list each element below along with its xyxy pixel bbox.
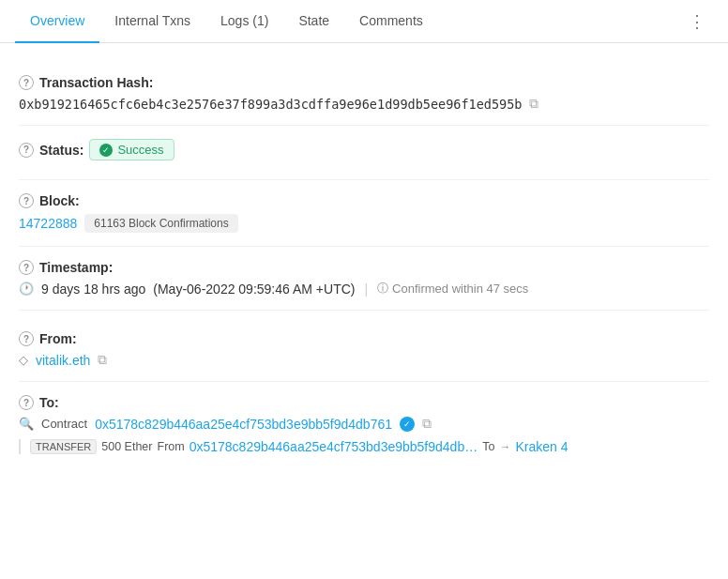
transfer-amount: 500 Ether (101, 440, 152, 453)
tab-overview[interactable]: Overview (15, 0, 99, 43)
status-badge: ✓ Success (89, 139, 174, 160)
transaction-hash-copy-icon[interactable]: ⧉ (529, 96, 538, 112)
timestamp-row: ? Timestamp: 🕐 9 days 18 hrs ago (May-06… (19, 247, 709, 311)
block-help-icon[interactable]: ? (19, 193, 34, 208)
to-verified-icon: ✓ (400, 417, 415, 432)
from-row: ? From: ◇ vitalik.eth ⧉ (19, 318, 709, 382)
tab-state[interactable]: State (283, 0, 344, 43)
timestamp-help-icon[interactable]: ? (19, 260, 34, 275)
transaction-hash-label: Transaction Hash: (39, 75, 153, 90)
timestamp-relative: 9 days 18 hrs ago (41, 282, 145, 297)
from-address-copy-icon[interactable]: ⧉ (98, 352, 107, 368)
timestamp-label: Timestamp: (39, 260, 113, 275)
to-label: To: (39, 395, 59, 410)
transaction-hash-help-icon[interactable]: ? (19, 75, 34, 90)
to-row: ? To: 🔍 Contract 0x5178c829b446aa25e4cf7… (19, 382, 709, 467)
block-label: Block: (39, 193, 80, 208)
from-contract-icon: ◇ (19, 353, 28, 367)
status-label: Status: (39, 143, 83, 158)
transfer-arrow-icon: → (499, 440, 510, 453)
transfer-to-address[interactable]: Kraken 4 (515, 439, 568, 454)
confirmed-text-value: Confirmed within 47 secs (392, 282, 528, 296)
transfer-from-address[interactable]: 0x5178c829b446aa25e4cf753bd3e9bb5f9d4db… (190, 439, 478, 454)
to-search-icon: 🔍 (19, 417, 34, 431)
transfer-from-label: From (158, 440, 185, 453)
timestamp-confirmed: ⓘ Confirmed within 47 secs (377, 281, 528, 297)
status-help-icon[interactable]: ? (19, 143, 34, 158)
to-address-copy-icon[interactable]: ⧉ (422, 416, 432, 432)
from-address-link[interactable]: vitalik.eth (36, 353, 90, 368)
transfer-badge: TRANSFER (30, 439, 97, 454)
timestamp-divider: | (364, 282, 368, 297)
status-row: ? Status: ✓ Success (19, 126, 709, 180)
info-icon: ⓘ (377, 281, 388, 297)
clock-icon: 🕐 (19, 282, 34, 296)
transaction-hash-row: ? Transaction Hash: 0xb919216465cfc6eb4c… (19, 62, 709, 126)
tab-bar: Overview Internal Txns Logs (1) State Co… (0, 0, 728, 43)
more-menu-button[interactable]: ⋮ (681, 4, 713, 39)
transfer-to-label: To (482, 440, 494, 453)
timestamp-absolute: (May-06-2022 09:59:46 AM +UTC) (153, 282, 355, 297)
tab-internal-txns[interactable]: Internal Txns (99, 0, 205, 43)
spacer (19, 311, 709, 318)
to-contract-label: Contract (41, 417, 87, 431)
block-confirmations-badge: 61163 Block Confirmations (84, 214, 237, 233)
tab-logs[interactable]: Logs (1) (205, 0, 283, 43)
status-value: Success (117, 143, 163, 157)
block-row: ? Block: 14722888 61163 Block Confirmati… (19, 180, 709, 247)
timestamp-value-row: 🕐 9 days 18 hrs ago (May-06-2022 09:59:4… (19, 281, 709, 297)
transfer-row: TRANSFER 500 Ether From 0x5178c829b446aa… (19, 439, 709, 454)
status-check-icon: ✓ (99, 144, 113, 157)
content-area: ? Transaction Hash: 0xb919216465cfc6eb4c… (0, 43, 728, 486)
to-help-icon[interactable]: ? (19, 395, 34, 410)
block-number-link[interactable]: 14722888 (19, 216, 77, 231)
transaction-hash-value: 0xb919216465cfc6eb4c3e2576e37f899a3d3cdf… (19, 97, 522, 112)
tab-comments[interactable]: Comments (344, 0, 438, 43)
from-label: From: (39, 331, 77, 346)
from-help-icon[interactable]: ? (19, 331, 34, 346)
to-contract-address-link[interactable]: 0x5178c829b446aa25e4cf753bd3e9bb5f9d4db7… (95, 417, 392, 432)
